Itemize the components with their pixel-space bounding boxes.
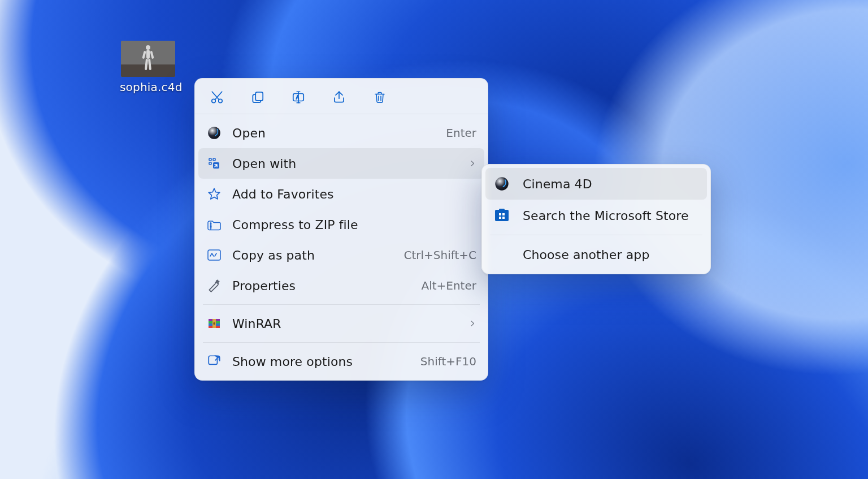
open-with-submenu: Cinema 4D Search the Microsoft Store Cho… <box>481 164 711 274</box>
menu-winrar-label: WinRAR <box>232 317 281 331</box>
menu-compress-zip[interactable]: Compress to ZIP file <box>198 209 484 240</box>
context-menu-toolbar <box>195 79 488 114</box>
menu-separator <box>490 235 702 235</box>
svg-rect-27 <box>499 209 505 212</box>
menu-open[interactable]: Open Enter <box>198 118 484 148</box>
copy-icon[interactable] <box>249 89 266 106</box>
svg-point-10 <box>208 127 220 139</box>
share-icon[interactable] <box>331 89 348 106</box>
chevron-right-icon <box>468 320 476 327</box>
cinema4d-icon <box>493 175 510 192</box>
svg-rect-4 <box>145 59 148 70</box>
svg-rect-11 <box>209 158 211 161</box>
zip-icon <box>206 217 222 232</box>
menu-open-hint: Enter <box>446 126 476 140</box>
svg-rect-30 <box>499 217 501 219</box>
svg-point-0 <box>146 45 150 50</box>
svg-rect-3 <box>150 51 154 59</box>
more-options-icon <box>206 353 222 369</box>
menu-properties-hint: Alt+Enter <box>421 279 476 292</box>
menu-properties[interactable]: Properties Alt+Enter <box>198 270 484 301</box>
submenu-ms-store-label: Search the Microsoft Store <box>523 209 689 223</box>
svg-rect-2 <box>142 51 146 59</box>
star-icon <box>206 186 222 202</box>
menu-separator <box>203 342 480 343</box>
menu-open-label: Open <box>232 126 266 140</box>
file-label: sophia.c4d <box>120 80 176 94</box>
menu-separator <box>203 304 480 305</box>
copy-path-icon <box>206 247 222 263</box>
menu-open-with-label: Open with <box>232 157 296 171</box>
svg-rect-1 <box>146 50 150 59</box>
menu-show-more-options[interactable]: Show more options Shift+F10 <box>198 346 484 377</box>
menu-show-more-options-label: Show more options <box>232 355 353 369</box>
menu-add-favorites[interactable]: Add to Favorites <box>198 179 484 209</box>
menu-properties-label: Properties <box>232 279 296 293</box>
winrar-icon <box>206 316 222 331</box>
svg-rect-23 <box>214 322 215 325</box>
menu-open-with[interactable]: Open with <box>198 148 484 179</box>
delete-icon[interactable] <box>371 89 388 106</box>
svg-marker-15 <box>209 188 220 199</box>
menu-copy-path-label: Copy as path <box>232 248 315 262</box>
menu-winrar[interactable]: WinRAR <box>198 308 484 339</box>
svg-rect-8 <box>255 92 263 101</box>
cut-icon[interactable] <box>209 89 225 106</box>
submenu-ms-store[interactable]: Search the Microsoft Store <box>485 200 707 231</box>
menu-show-more-options-hint: Shift+F10 <box>420 355 476 368</box>
svg-point-25 <box>495 177 508 190</box>
menu-copy-path[interactable]: Copy as path Ctrl+Shift+C <box>198 240 484 270</box>
microsoft-store-icon <box>493 207 510 224</box>
menu-copy-path-hint: Ctrl+Shift+C <box>403 248 476 262</box>
svg-rect-16 <box>208 250 220 260</box>
chevron-right-icon <box>468 159 476 167</box>
submenu-cinema4d-label: Cinema 4D <box>523 177 592 191</box>
blank-icon <box>493 246 510 263</box>
svg-rect-5 <box>148 59 151 70</box>
menu-compress-zip-label: Compress to ZIP file <box>232 218 358 232</box>
file-thumbnail <box>121 41 175 77</box>
open-with-icon <box>206 156 222 171</box>
svg-rect-31 <box>502 217 505 219</box>
cinema4d-icon <box>206 125 222 141</box>
svg-rect-12 <box>209 162 211 165</box>
menu-add-favorites-label: Add to Favorites <box>232 187 334 201</box>
svg-rect-28 <box>499 213 501 215</box>
mannequin-icon <box>138 44 158 75</box>
rename-icon[interactable] <box>290 89 307 106</box>
desktop-file-sophia[interactable]: sophia.c4d <box>120 41 176 94</box>
wrench-icon <box>206 278 222 294</box>
svg-rect-29 <box>502 213 505 215</box>
svg-rect-13 <box>213 158 215 161</box>
submenu-cinema4d[interactable]: Cinema 4D <box>485 168 707 200</box>
context-menu: Open Enter Open with Add <box>194 78 488 381</box>
submenu-choose-another-app-label: Choose another app <box>523 248 649 262</box>
submenu-choose-another-app[interactable]: Choose another app <box>485 239 707 270</box>
